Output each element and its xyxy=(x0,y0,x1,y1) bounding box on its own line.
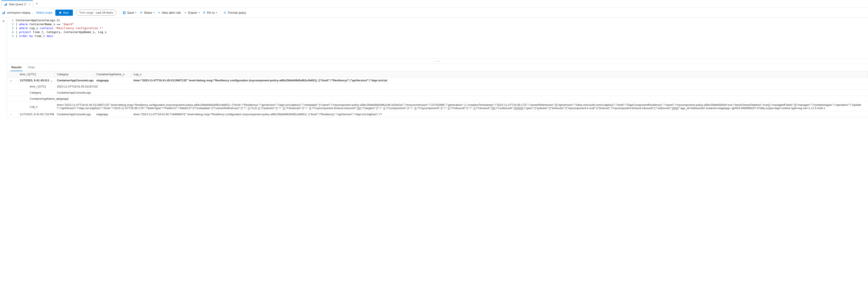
col-header-time[interactable]: time_t [UTC] xyxy=(18,71,55,77)
time-range-value: Last 24 hours xyxy=(96,11,113,14)
table-row[interactable]: ⌄ 11/7/2023, 6:41:45.511 … ContainerAppC… xyxy=(7,77,868,83)
plus-icon xyxy=(158,11,161,14)
pin-icon xyxy=(203,11,206,14)
time-range-label: Time range : xyxy=(79,11,95,14)
svg-rect-2 xyxy=(6,3,7,6)
tab-chart[interactable]: Chart xyxy=(27,64,36,71)
separator xyxy=(220,10,220,15)
save-button[interactable]: Save ▾ xyxy=(123,11,136,14)
svg-rect-5 xyxy=(4,11,5,14)
results-table: time_t [UTC] Category ContainerAppName_s… xyxy=(7,71,868,118)
detail-row: ContainerAppName_s stageapp xyxy=(7,96,868,102)
add-tab-button[interactable]: + xyxy=(33,2,41,6)
query-toolbar: workspace-stageg… Select scope Run Time … xyxy=(0,8,868,18)
analytics-icon xyxy=(2,11,5,14)
chevron-down-icon: ▾ xyxy=(135,11,136,14)
run-label: Run xyxy=(63,11,69,14)
col-header-log[interactable]: Log_s xyxy=(131,71,868,77)
results-tab-bar: Results Chart xyxy=(7,64,868,71)
new-alert-rule-button[interactable]: New alert rule xyxy=(158,11,181,14)
chevron-down-icon: ▾ xyxy=(198,11,199,14)
analytics-icon xyxy=(4,3,7,6)
svg-rect-8 xyxy=(123,13,125,13)
code-area[interactable]: ContainerAppConsoleLogs_CL | where Conta… xyxy=(16,19,868,38)
save-icon xyxy=(123,11,126,14)
tab-results[interactable]: Results xyxy=(10,64,23,71)
svg-rect-4 xyxy=(3,12,4,14)
svg-rect-0 xyxy=(4,5,5,6)
chevron-right-double-icon xyxy=(2,20,5,23)
expand-row-icon[interactable]: › xyxy=(9,113,13,116)
svg-marker-6 xyxy=(60,11,62,14)
table-header-row: time_t [UTC] Category ContainerAppName_s… xyxy=(7,71,868,77)
workspace-selector[interactable]: workspace-stageg… xyxy=(2,11,33,14)
format-query-button[interactable]: Format query xyxy=(223,11,246,14)
col-header-app[interactable]: ContainerAppName_s xyxy=(94,71,131,77)
collapse-row-icon[interactable]: ⌄ xyxy=(9,79,13,82)
query-editor[interactable]: 1 2 3 4 5 ContainerAppConsoleLogs_CL | w… xyxy=(7,18,868,39)
chevron-down-icon: ▾ xyxy=(153,11,154,14)
workspace-name: workspace-stageg… xyxy=(7,11,33,14)
col-header-category[interactable]: Category xyxy=(55,71,94,77)
share-button[interactable]: Share ▾ xyxy=(140,11,154,14)
query-tab-1[interactable]: New Query 1* × xyxy=(1,0,33,8)
detail-row: time_t [UTC] 2023-11-07T18:41:45.5116722… xyxy=(7,83,868,90)
detail-row: Log_s time="2023-11-07T18:41:45.51159071… xyxy=(7,102,868,111)
play-icon xyxy=(59,11,62,14)
export-button[interactable]: Export ▾ xyxy=(184,11,199,14)
close-icon[interactable]: × xyxy=(28,3,30,6)
tab-title: New Query 1* xyxy=(9,3,27,6)
table-row[interactable]: › 11/7/2023, 6:41:00.718 PM ContainerApp… xyxy=(7,111,868,118)
export-icon xyxy=(184,11,187,14)
line-gutter: 1 2 3 4 5 xyxy=(7,19,16,38)
pin-to-button[interactable]: Pin to ▾ xyxy=(203,11,217,14)
pane-splitter[interactable]: • • • xyxy=(7,59,868,64)
time-range-picker[interactable]: Time range : Last 24 hours xyxy=(76,10,116,15)
svg-rect-7 xyxy=(123,11,124,12)
expand-sidebar-button[interactable] xyxy=(0,18,7,118)
format-icon xyxy=(223,11,226,14)
chevron-down-icon: ▾ xyxy=(216,11,217,14)
svg-rect-1 xyxy=(5,4,6,6)
svg-rect-3 xyxy=(2,13,3,14)
select-scope-link[interactable]: Select scope xyxy=(36,11,52,14)
run-button[interactable]: Run xyxy=(55,10,73,16)
query-tab-strip: New Query 1* × + xyxy=(0,0,868,8)
share-icon xyxy=(140,11,143,14)
detail-row: Category ContainerAppConsoleLogs xyxy=(7,90,868,96)
